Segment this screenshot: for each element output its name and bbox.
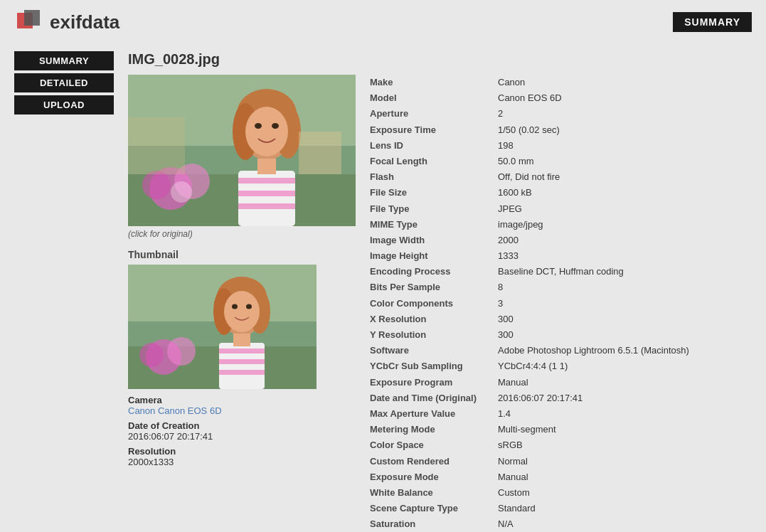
summary-button[interactable]: SUMMARY [14, 51, 114, 70]
svg-rect-18 [238, 191, 295, 196]
exif-label: Saturation [370, 516, 498, 532]
exif-label: Bits Per Sample [370, 280, 498, 295]
exif-value: Custom [498, 485, 752, 501]
svg-point-8 [171, 181, 192, 203]
exif-value: 300 [498, 312, 752, 327]
main-layout: SUMMARY DETAILED UPLOAD IMG_0028.jpg [0, 44, 766, 532]
logo-text: exifdata [50, 11, 119, 33]
main-image[interactable] [128, 75, 356, 226]
date-creation-group: Date of Creation 2016:06:07 20:17:41 [128, 420, 356, 442]
svg-point-33 [224, 291, 260, 332]
svg-rect-21 [299, 132, 341, 174]
table-row: Max Aperture Value1.4 [370, 406, 752, 422]
svg-rect-19 [238, 203, 295, 209]
svg-point-15 [272, 123, 279, 129]
upload-button[interactable]: UPLOAD [14, 95, 114, 115]
thumbnail-image[interactable] [128, 265, 316, 389]
exif-label: Focal Length [370, 154, 498, 169]
table-row: Bits Per Sample8 [370, 280, 752, 295]
exif-label: Exposure Time [370, 122, 498, 138]
exif-value: Canon EOS 6D [498, 90, 752, 106]
page-wrapper: exifdata SUMMARY SUMMARY DETAILED UPLOAD… [0, 0, 766, 532]
table-row: Focal Length50.0 mm [370, 154, 752, 169]
table-row: File TypeJPEG [370, 201, 752, 217]
exif-label: Scene Capture Type [370, 501, 498, 516]
table-row: Color Components3 [370, 296, 752, 312]
click-for-original[interactable]: (click for original) [128, 229, 356, 239]
logo-icon [14, 7, 44, 37]
logo-exif: exif [50, 11, 82, 33]
table-row: Color SpacesRGB [370, 437, 752, 453]
exif-label: Y Resolution [370, 327, 498, 343]
table-row: Image Width2000 [370, 233, 752, 248]
exif-label: Flash [370, 169, 498, 185]
svg-rect-38 [219, 359, 265, 364]
logo-data: data [82, 11, 119, 33]
file-title: IMG_0028.jpg [128, 51, 752, 68]
exif-value: 50.0 mm [498, 154, 752, 169]
resolution-group: Resolution 2000x1333 [128, 446, 356, 467]
svg-rect-37 [219, 349, 265, 353]
table-row: Aperture2 [370, 106, 752, 122]
logo-area: exifdata [14, 7, 119, 37]
svg-rect-20 [257, 159, 276, 174]
camera-value: Canon Canon EOS 6D [128, 405, 356, 416]
exif-value: 300 [498, 327, 752, 343]
table-row: MIME Typeimage/jpeg [370, 217, 752, 233]
table-row: Custom RenderedNormal [370, 454, 752, 469]
exif-value: 2016:06:07 20:17:41 [498, 390, 752, 406]
resolution-label: Resolution [128, 446, 356, 457]
exif-label: Custom Rendered [370, 454, 498, 469]
exif-value: 3 [498, 296, 752, 312]
exif-value: 2000 [498, 233, 752, 248]
svg-point-27 [167, 337, 196, 366]
exif-label: Color Space [370, 437, 498, 453]
exif-value: Baseline DCT, Huffman coding [498, 264, 752, 280]
svg-rect-17 [238, 178, 295, 183]
thumbnail-svg [128, 265, 316, 389]
main-image-section: (click for original) [128, 75, 356, 239]
exif-value: Adobe Photoshop Lightroom 6.5.1 (Macinto… [498, 343, 752, 358]
svg-point-35 [246, 304, 252, 309]
exif-value: Manual [498, 469, 752, 485]
table-row: White BalanceCustom [370, 485, 752, 501]
svg-rect-22 [128, 117, 185, 174]
table-row: Scene Capture TypeStandard [370, 501, 752, 516]
exif-value: 8 [498, 280, 752, 295]
exif-label: Model [370, 90, 498, 106]
exif-value: Standard [498, 501, 752, 516]
table-row: MakeCanon [370, 75, 752, 90]
table-row: X Resolution300 [370, 312, 752, 327]
exif-value: Canon [498, 75, 752, 90]
exif-table: MakeCanonModelCanon EOS 6DAperture2Expos… [370, 75, 752, 532]
exif-value: JPEG [498, 201, 752, 217]
exif-label: Color Components [370, 296, 498, 312]
exif-label: Date and Time (Original) [370, 390, 498, 406]
thumbnail-section: Thumbnail [128, 249, 356, 389]
exif-label: Max Aperture Value [370, 406, 498, 422]
exif-value: 1333 [498, 248, 752, 264]
exif-value: 1.4 [498, 406, 752, 422]
summary-badge-header: SUMMARY [673, 12, 752, 32]
exif-label: Exposure Program [370, 375, 498, 390]
detailed-button[interactable]: DETAILED [14, 73, 114, 92]
date-creation-value: 2016:06:07 20:17:41 [128, 431, 356, 442]
exif-label: File Size [370, 185, 498, 201]
camera-info: Camera Canon Canon EOS 6D [128, 395, 356, 416]
content-row: (click for original) Thumbnail [128, 75, 752, 532]
svg-point-28 [139, 343, 164, 367]
table-row: SaturationN/A [370, 516, 752, 532]
exif-label: X Resolution [370, 312, 498, 327]
exif-label: Encoding Process [370, 264, 498, 280]
exif-value: sRGB [498, 437, 752, 453]
exif-label: Make [370, 75, 498, 90]
main-image-svg [128, 75, 356, 226]
table-row: SoftwareAdobe Photoshop Lightroom 6.5.1 … [370, 343, 752, 358]
table-row: Exposure ModeManual [370, 469, 752, 485]
thumbnail-label: Thumbnail [128, 249, 356, 260]
table-row: Image Height1333 [370, 248, 752, 264]
table-row: ModelCanon EOS 6D [370, 90, 752, 106]
exif-section: MakeCanonModelCanon EOS 6DAperture2Expos… [370, 75, 752, 532]
exif-label: Image Height [370, 248, 498, 264]
exif-value: Off, Did not fire [498, 169, 752, 185]
